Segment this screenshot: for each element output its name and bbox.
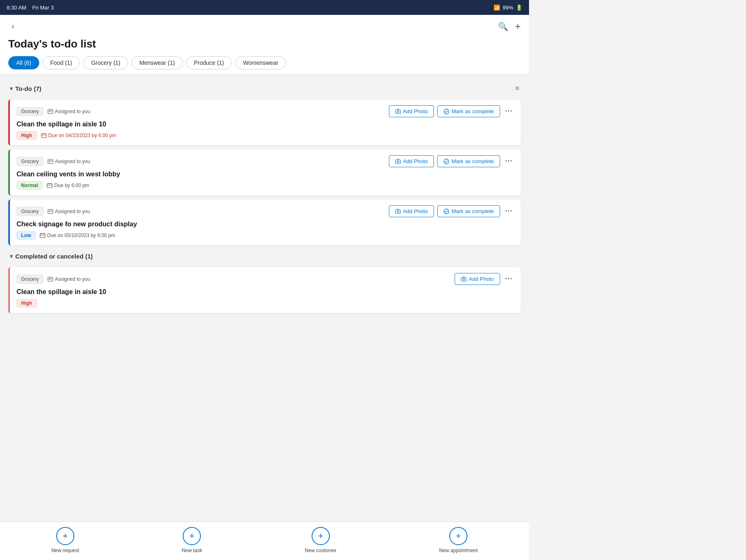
mark-complete-button[interactable]: Mark as complete	[437, 155, 500, 167]
task-assigned: Assigned to you	[48, 209, 90, 214]
svg-rect-13	[396, 160, 400, 164]
add-photo-button[interactable]: Add Photo	[455, 273, 500, 285]
svg-rect-3	[396, 110, 400, 114]
filter-tab-grocery[interactable]: Grocery (1)	[83, 56, 128, 69]
more-button[interactable]: ···	[503, 207, 514, 216]
task-tag: Grocery	[17, 107, 43, 116]
section-title: To-do (7)	[15, 85, 41, 92]
section-toggle-completed[interactable]: ▾Completed or canceled (1)	[10, 253, 93, 260]
priority-badge: High	[17, 299, 37, 307]
status-right: 📶 99% 🔋	[493, 5, 522, 11]
task-assigned: Assigned to you	[48, 159, 90, 164]
task-meta: Grocery Assigned to you	[17, 157, 90, 166]
camera-icon	[395, 209, 401, 214]
filter-tab-food[interactable]: Food (1)	[43, 56, 80, 69]
more-button[interactable]: ···	[503, 275, 514, 283]
assigned-icon	[48, 159, 53, 164]
assigned-icon	[48, 209, 53, 214]
task-card-top: Grocery Assigned to you Add Photo Mark a…	[17, 155, 514, 167]
section-toggle-todo[interactable]: ▾To-do (7)	[10, 85, 41, 92]
task-tag: Grocery	[17, 207, 43, 216]
task-tag: Grocery	[17, 275, 43, 284]
header: ‹ 🔍 + Today's to-do list All (6)Food (1)…	[0, 15, 529, 75]
task-meta: Grocery Assigned to you	[17, 275, 90, 284]
task-assigned: Assigned to you	[48, 109, 90, 114]
filter-tab-womenswear[interactable]: Womenswear	[235, 56, 286, 69]
svg-rect-16	[47, 184, 52, 188]
task-title: Clean ceiling vents in west lobby	[17, 171, 514, 178]
add-photo-button[interactable]: Add Photo	[389, 105, 434, 117]
task-actions: Add Photo···	[455, 273, 514, 285]
section-todo: ▾To-do (7)≡ Grocery Assigned to you Add …	[8, 81, 521, 245]
task-actions: Add Photo Mark as complete···	[389, 205, 514, 217]
calendar-icon	[41, 133, 47, 138]
priority-badge: High	[17, 131, 37, 140]
priority-badge: Normal	[17, 181, 43, 190]
svg-point-25	[444, 209, 449, 214]
task-card-top: Grocery Assigned to you Add Photo Mark a…	[17, 205, 514, 217]
status-date: Fri Mar 3	[32, 5, 54, 11]
mark-complete-button[interactable]: Mark as complete	[437, 205, 500, 217]
filter-tab-menswear[interactable]: Menswear (1)	[131, 56, 183, 69]
task-assigned: Assigned to you	[48, 276, 90, 282]
status-time-date: 8:30 AM Fri Mar 3	[7, 5, 54, 11]
add-photo-button[interactable]: Add Photo	[389, 155, 434, 167]
svg-rect-23	[396, 210, 400, 214]
status-bar: 8:30 AM Fri Mar 3 📶 99% 🔋	[0, 0, 529, 15]
due-date: Due by 6:00 pm	[47, 183, 89, 188]
svg-point-14	[397, 161, 398, 162]
add-photo-button[interactable]: Add Photo	[389, 205, 434, 217]
search-button[interactable]: 🔍	[498, 21, 508, 32]
task-card-t2: Grocery Assigned to you Add Photo Mark a…	[8, 149, 521, 195]
battery-percent: 99%	[503, 5, 513, 11]
task-meta: Grocery Assigned to you	[17, 207, 90, 216]
calendar-icon	[47, 183, 52, 188]
wifi-icon: 📶	[493, 5, 500, 11]
due-date: Due on 05/10/2023 by 6:00 pm	[40, 233, 115, 238]
check-circle-icon	[443, 209, 449, 214]
check-circle-icon	[443, 109, 449, 114]
add-button[interactable]: +	[515, 21, 521, 32]
calendar-icon	[40, 233, 45, 238]
page-title: Today's to-do list	[8, 38, 521, 50]
section-header-todo: ▾To-do (7)≡	[8, 81, 521, 95]
task-card-t1: Grocery Assigned to you Add Photo Mark a…	[8, 100, 521, 145]
task-title: Clean the spillage in aisle 10	[17, 121, 514, 128]
svg-rect-33	[461, 278, 466, 281]
assigned-icon	[48, 109, 53, 114]
svg-point-5	[444, 109, 449, 114]
mark-complete-button[interactable]: Mark as complete	[437, 105, 500, 117]
filter-tab-produce[interactable]: Produce (1)	[186, 56, 232, 69]
more-button[interactable]: ···	[503, 107, 514, 116]
section-title: Completed or canceled (1)	[15, 253, 93, 260]
header-top: ‹ 🔍 +	[8, 20, 521, 33]
task-meta: Grocery Assigned to you	[17, 107, 90, 116]
priority-badge: Low	[17, 231, 36, 240]
task-title: Clean the spillage in aisle 10	[17, 288, 514, 296]
back-button[interactable]: ‹	[8, 20, 18, 33]
check-circle-icon	[443, 159, 449, 164]
task-footer: Normal Due by 6:00 pm	[17, 181, 514, 190]
task-footer: High Due on 04/23/2023 by 6:00 pm	[17, 131, 514, 140]
chevron-icon: ▾	[10, 253, 13, 259]
task-card-c1: Grocery Assigned to you Add Photo···Clea…	[8, 267, 521, 313]
svg-rect-26	[40, 234, 45, 238]
due-date: Due on 04/23/2023 by 6:00 pm	[41, 133, 117, 138]
more-button[interactable]: ···	[503, 157, 514, 166]
filter-tabs: All (6)Food (1)Grocery (1)Menswear (1)Pr…	[8, 56, 521, 74]
task-card-top: Grocery Assigned to you Add Photo···	[17, 273, 514, 285]
filter-tab-all[interactable]: All (6)	[8, 56, 39, 69]
section-completed: ▾Completed or canceled (1) Grocery Assig…	[8, 249, 521, 313]
chevron-icon: ▾	[10, 85, 13, 92]
main-content: ▾To-do (7)≡ Grocery Assigned to you Add …	[0, 75, 529, 356]
svg-point-4	[397, 111, 398, 112]
section-filter-icon[interactable]: ≡	[515, 85, 519, 92]
camera-icon	[461, 276, 467, 282]
task-title: Check signage fo new product display	[17, 221, 514, 228]
svg-rect-6	[41, 134, 46, 138]
camera-icon	[395, 159, 401, 164]
svg-point-15	[444, 159, 449, 164]
task-actions: Add Photo Mark as complete···	[389, 155, 514, 167]
status-time: 8:30 AM	[7, 5, 26, 11]
battery-icon: 🔋	[516, 5, 522, 11]
